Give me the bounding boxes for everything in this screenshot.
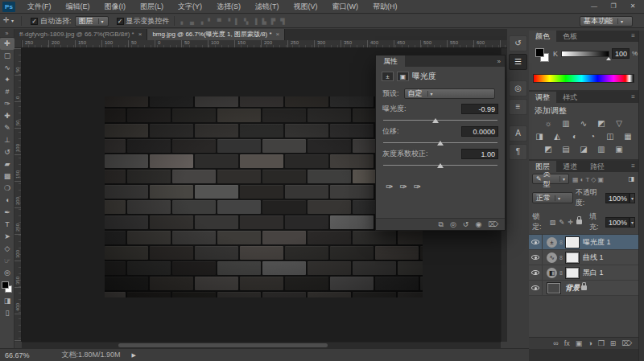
filter-type-dropdown[interactable]: ✎ 类型 ▾ — [532, 174, 569, 184]
preset-dropdown[interactable]: 自定▾ — [404, 88, 495, 99]
background-layer-thumbnail[interactable] — [547, 283, 560, 293]
tab-close-icon[interactable]: × — [276, 29, 280, 40]
field-slider[interactable] — [383, 139, 497, 146]
filter-adjustment-layers-icon[interactable]: ◐ — [580, 176, 584, 183]
curves-icon[interactable]: ∿ — [578, 118, 590, 129]
posterize-icon[interactable]: ▤ — [560, 144, 572, 155]
layer-mask-thumbnail[interactable] — [566, 237, 579, 248]
lock-transparent-icon[interactable]: ▨ — [550, 219, 556, 226]
visibility-cell[interactable] — [529, 265, 543, 280]
new-adjustment-layer-icon[interactable]: ◑ — [588, 339, 592, 347]
menu-编辑[interactable]: 编辑(E) — [59, 0, 97, 14]
filter-type-layers-icon[interactable]: T — [585, 176, 589, 183]
visibility-cell[interactable] — [529, 235, 543, 249]
filter-pixel-layers-icon[interactable]: ▦ — [572, 176, 579, 183]
restore-button[interactable]: ❐ — [604, 0, 623, 12]
reset-icon[interactable]: ↺ — [463, 220, 469, 228]
selective-color-icon[interactable]: ▣ — [613, 144, 625, 155]
white-point-eyedropper-icon[interactable]: ✑ — [413, 182, 420, 192]
history-brush-tool-icon[interactable]: ↺ — [0, 146, 14, 158]
menu-选择[interactable]: 选择(S) — [209, 0, 248, 14]
screen-mode-button[interactable]: ▯ — [0, 307, 14, 319]
gray-point-eyedropper-icon[interactable]: ✑ — [399, 182, 407, 192]
photo-filter-icon[interactable]: ◔ — [587, 131, 599, 142]
add-layer-mask-icon[interactable]: ▣ — [576, 339, 583, 347]
quick-selection-tool-icon[interactable]: ✦ — [0, 74, 14, 86]
zoom-tool-icon[interactable]: ◎ — [0, 267, 14, 279]
gradient-map-icon[interactable]: ▥ — [596, 144, 608, 155]
black-point-eyedropper-icon[interactable]: ✑ — [386, 182, 393, 192]
histogram-panel-icon[interactable]: ≡ — [509, 99, 527, 115]
slider-thumb[interactable] — [437, 141, 444, 146]
delete-layer-icon[interactable]: ⌦ — [621, 339, 632, 347]
layer-effects-icon[interactable]: fx — [564, 339, 570, 347]
hand-tool-icon[interactable]: ☞ — [0, 255, 14, 267]
previous-state-icon[interactable]: ◎ — [450, 220, 456, 228]
menu-图层[interactable]: 图层(L) — [133, 0, 171, 14]
invert-icon[interactable]: ◩ — [543, 144, 555, 155]
mask-link-icon[interactable]: 8 — [559, 240, 563, 245]
panel-menu-icon[interactable]: ≡ — [631, 31, 635, 42]
auto-select-target-dropdown[interactable]: 图层▾ — [75, 16, 109, 27]
layer-row[interactable]: 背景 — [529, 281, 638, 296]
properties-panel-icon[interactable]: ☰ — [509, 54, 527, 70]
vibrance-icon[interactable]: ▽ — [613, 118, 625, 129]
path-selection-tool-icon[interactable]: ➤ — [0, 231, 14, 243]
hue-saturation-icon[interactable]: ◨ — [534, 131, 546, 142]
black-white-adjustment-icon[interactable]: ◧ — [547, 268, 557, 278]
slider-thumb[interactable] — [432, 118, 439, 123]
crop-tool-icon[interactable]: # — [0, 86, 14, 98]
close-button[interactable]: ✕ — [623, 0, 642, 12]
color-spectrum-ramp[interactable] — [533, 74, 634, 83]
field-value[interactable]: 1.00 — [461, 149, 498, 159]
eye-icon[interactable] — [531, 255, 539, 260]
move-tool-icon[interactable]: ✛ — [0, 38, 14, 50]
panel-menu-icon[interactable]: ≡ — [631, 161, 635, 172]
quick-mask-button[interactable]: ◨ — [0, 295, 14, 307]
menu-视图[interactable]: 视图(V) — [287, 0, 325, 14]
tab-通道[interactable]: 通道 — [556, 161, 584, 172]
scrollbar-thumb[interactable] — [118, 343, 328, 347]
tab-颜色[interactable]: 颜色 — [529, 31, 556, 42]
k-slider-thumb[interactable] — [606, 57, 611, 60]
visibility-toggle-icon[interactable]: ◉ — [475, 220, 481, 228]
panel-menu-icon[interactable]: ≡ — [631, 92, 635, 103]
layer-row[interactable]: ±8曝光度 1 — [529, 235, 638, 250]
visibility-cell[interactable] — [529, 281, 543, 295]
shape-tool-icon[interactable]: ◇ — [0, 243, 14, 255]
history-panel-icon[interactable]: ↺ — [509, 35, 527, 51]
zoom-level-field[interactable]: 66.67% — [5, 351, 30, 359]
workspace-switcher[interactable]: 基本功能▾ — [580, 16, 633, 27]
blur-tool-icon[interactable]: ❍ — [0, 183, 14, 195]
marquee-tool-icon[interactable]: ▢ — [0, 50, 14, 62]
visibility-cell[interactable] — [529, 250, 543, 265]
character-panel-icon[interactable]: A — [509, 125, 527, 142]
pen-tool-icon[interactable]: ✒ — [0, 207, 14, 219]
eye-icon[interactable] — [531, 240, 539, 244]
blend-mode-dropdown[interactable]: 正常▾ — [532, 192, 573, 203]
tab-调整[interactable]: 调整 — [529, 92, 556, 103]
lock-position-icon[interactable]: ✛ — [568, 219, 573, 226]
horizontal-scrollbar[interactable] — [22, 342, 501, 348]
field-slider[interactable] — [383, 117, 497, 124]
properties-tab[interactable]: 属性 — [376, 55, 405, 67]
current-tool-icon[interactable]: ✛ ▾ — [0, 14, 17, 28]
foreground-color-swatch[interactable] — [535, 48, 544, 57]
collapse-to-icons-icon[interactable]: » — [493, 58, 505, 65]
eyedropper-tool-icon[interactable]: ✑ — [0, 98, 14, 110]
document-tab[interactable]: bmg.jpg @ 66.7%(曝光度 1, 图层蒙版/8) *× — [147, 29, 285, 40]
mask-link-icon[interactable]: 8 — [559, 255, 563, 260]
delete-adjustment-icon[interactable]: ⌦ — [488, 220, 498, 228]
filter-shape-layers-icon[interactable]: ◇ — [591, 176, 596, 183]
channel-mixer-icon[interactable]: ◫ — [605, 131, 617, 142]
document-tab[interactable]: ff-dgfyvgh-1809.jpg @ 66.7%(RGB/8#) *× — [14, 29, 147, 40]
field-value[interactable]: -0.99 — [461, 104, 498, 114]
info-panel-icon[interactable]: ◎ — [509, 80, 527, 96]
layer-row[interactable]: ◧8黑白 1 — [529, 265, 638, 281]
menu-滤镜[interactable]: 滤镜(T) — [248, 0, 287, 14]
tab-样式[interactable]: 样式 — [556, 92, 584, 103]
field-slider[interactable] — [383, 162, 497, 169]
show-transform-checkbox[interactable]: ✓ — [117, 18, 124, 25]
eye-icon[interactable] — [531, 270, 539, 275]
clone-stamp-tool-icon[interactable]: ⊥ — [0, 134, 14, 146]
